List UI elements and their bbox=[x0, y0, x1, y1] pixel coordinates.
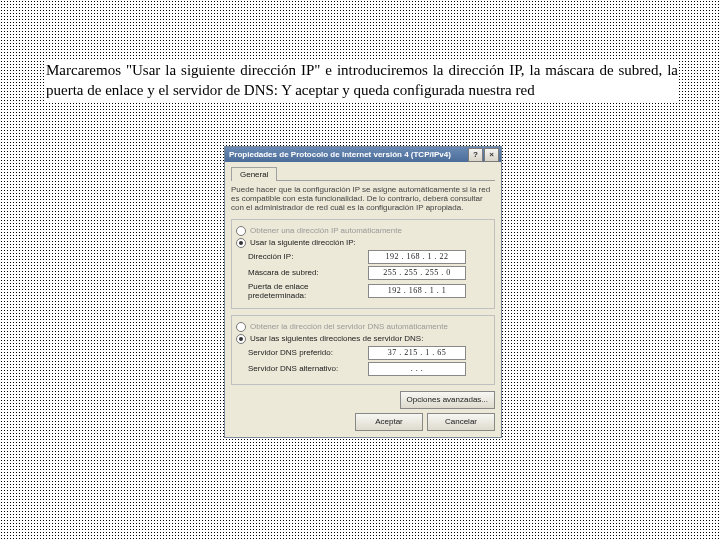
radio-auto-ip[interactable]: Obtener una dirección IP automáticamente bbox=[236, 226, 490, 236]
dns2-input[interactable]: . . . bbox=[368, 362, 466, 376]
tcpip-properties-dialog: Propiedades de Protocolo de Internet ver… bbox=[224, 146, 502, 438]
dns-group: Obtener la dirección del servidor DNS au… bbox=[231, 315, 495, 385]
radio-static-ip[interactable]: Usar la siguiente dirección IP: bbox=[236, 238, 490, 248]
ok-button[interactable]: Aceptar bbox=[355, 413, 423, 431]
radio-icon bbox=[236, 226, 246, 236]
radio-icon bbox=[236, 238, 246, 248]
gateway-label: Puerta de enlace predeterminada: bbox=[248, 282, 368, 300]
dns1-input[interactable]: 37 . 215 . 1 . 65 bbox=[368, 346, 466, 360]
tab-strip: General bbox=[231, 166, 495, 181]
dns2-label: Servidor DNS alternativo: bbox=[248, 364, 368, 373]
gateway-input[interactable]: 192 . 168 . 1 . 1 bbox=[368, 284, 466, 298]
window-title: Propiedades de Protocolo de Internet ver… bbox=[227, 150, 467, 159]
mask-input[interactable]: 255 . 255 . 255 . 0 bbox=[368, 266, 466, 280]
advanced-button[interactable]: Opciones avanzadas... bbox=[400, 391, 495, 409]
radio-auto-dns-label: Obtener la dirección del servidor DNS au… bbox=[250, 322, 448, 331]
radio-auto-ip-label: Obtener una dirección IP automáticamente bbox=[250, 226, 402, 235]
radio-static-ip-label: Usar la siguiente dirección IP: bbox=[250, 238, 356, 247]
help-button[interactable]: ? bbox=[468, 148, 483, 162]
ip-input[interactable]: 192 . 168 . 1 . 22 bbox=[368, 250, 466, 264]
tab-general[interactable]: General bbox=[231, 167, 277, 181]
radio-auto-dns: Obtener la dirección del servidor DNS au… bbox=[236, 322, 490, 332]
titlebar[interactable]: Propiedades de Protocolo de Internet ver… bbox=[225, 147, 501, 162]
ip-group: Obtener una dirección IP automáticamente… bbox=[231, 219, 495, 309]
mask-label: Máscara de subred: bbox=[248, 268, 368, 277]
ip-label: Dirección IP: bbox=[248, 252, 368, 261]
radio-static-dns[interactable]: Usar las siguientes direcciones de servi… bbox=[236, 334, 490, 344]
dialog-backdrop: Propiedades de Protocolo de Internet ver… bbox=[224, 146, 500, 438]
radio-icon bbox=[236, 334, 246, 344]
dns1-label: Servidor DNS preferido: bbox=[248, 348, 368, 357]
description-text: Puede hacer que la configuración IP se a… bbox=[231, 185, 495, 213]
radio-static-dns-label: Usar las siguientes direcciones de servi… bbox=[250, 334, 423, 343]
radio-icon bbox=[236, 322, 246, 332]
cancel-button[interactable]: Cancelar bbox=[427, 413, 495, 431]
instruction-text: Marcaremos "Usar la siguiente dirección … bbox=[46, 60, 678, 101]
close-button[interactable]: × bbox=[484, 148, 499, 162]
